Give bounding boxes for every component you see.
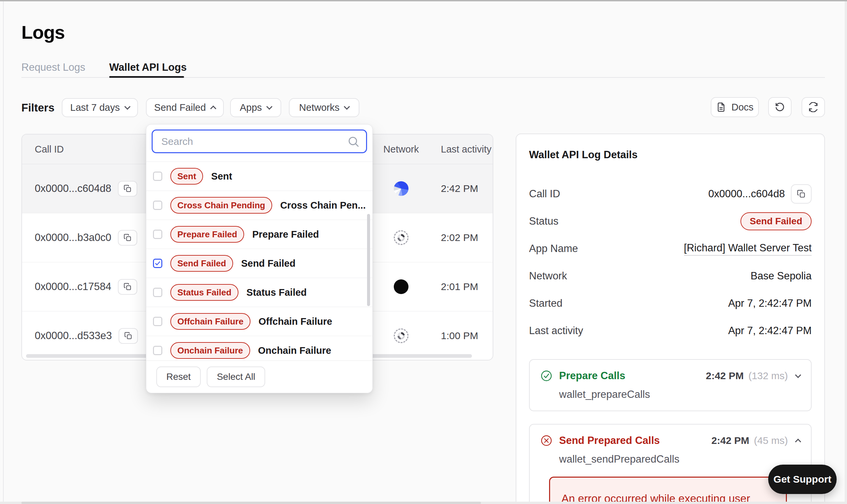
status-option-send-failed[interactable]: Send Failed Send Failed [146,249,372,278]
status-option-status-failed[interactable]: Status Failed Status Failed [146,278,372,307]
details-panel-title: Wallet API Log Details [529,134,812,161]
chevron-down-icon [124,104,130,109]
success-check-icon [541,370,552,382]
step-method: wallet_prepareCalls [559,389,800,400]
detail-call-id-value: 0x0000...c604d8 [708,188,785,200]
networks-filter-button[interactable]: Networks [289,98,359,117]
call-id-value: 0x0000...c17584 [35,281,111,293]
active-tab-indicator [109,76,184,78]
started-value: Apr 7, 2:42:47 PM [728,298,812,309]
status-option-sent[interactable]: Sent Sent [146,162,372,191]
undo-button[interactable] [768,97,792,117]
copy-button[interactable] [791,184,812,203]
select-all-button[interactable]: Select All [207,366,265,387]
page-title: Logs [21,21,65,43]
status-badge: Cross Chain Pending [170,197,272,214]
date-range-filter-label: Last 7 days [70,102,120,113]
call-id-value: 0x0000...b3a0c0 [35,232,111,244]
step-duration: (132 ms) [748,370,788,381]
undo-icon [775,102,785,112]
checkbox-unchecked[interactable] [153,172,162,181]
network-value: Base Sepolia [751,270,812,282]
copy-icon [797,190,806,198]
step-time: 2:42 PM [706,370,743,381]
reset-button[interactable]: Reset [156,366,201,387]
checkbox-unchecked[interactable] [153,230,162,239]
pending-network-icon [394,230,408,245]
checkbox-checked[interactable] [153,259,162,268]
copy-icon [124,283,131,291]
copy-button[interactable] [118,230,137,246]
dropdown-scrollbar[interactable] [367,214,370,306]
status-option-prepare-failed[interactable]: Prepare Failed Prepare Failed [146,220,372,249]
get-support-button[interactable]: Get Support [768,465,837,494]
docs-button[interactable]: Docs [711,97,759,117]
copy-icon [124,234,131,242]
app-name-link[interactable]: [Richard] Wallet Server Test [684,242,812,256]
status-filter-label: Send Failed [154,102,206,113]
window-left-edge [3,1,4,504]
chevron-up-icon[interactable] [795,438,801,445]
copy-button[interactable] [118,181,137,197]
checkbox-unchecked[interactable] [153,288,162,297]
step-title: Prepare Calls [559,370,625,382]
step-card-prepare-calls[interactable]: Prepare Calls 2:42 PM (132 ms) wallet_pr… [529,359,812,411]
step-title: Send Prepared Calls [559,435,660,447]
refresh-button[interactable] [801,97,825,117]
window-right-scroll-gutter[interactable] [845,1,847,504]
step-card-send-prepared-calls[interactable]: Send Prepared Calls 2:42 PM (45 ms) wall… [529,424,812,504]
tab-request-logs[interactable]: Request Logs [21,61,85,73]
error-message-box: An error occurred while executing user [549,476,787,504]
date-range-filter-button[interactable]: Last 7 days [62,98,138,117]
status-badge: Send Failed [170,255,233,272]
column-header-network: Network [369,144,433,155]
dropdown-footer: Reset Select All [146,360,372,393]
tab-wallet-api-logs[interactable]: Wallet API Logs [109,61,187,73]
networks-filter-label: Networks [299,102,340,113]
call-id-value: 0x0000...d533e3 [35,330,112,342]
docs-button-label: Docs [731,102,754,113]
status-option-offchain-failure[interactable]: Offchain Failure Offchain Failure [146,307,372,336]
detail-row-status: Status Send Failed [529,208,812,235]
status-filter-button[interactable]: Send Failed [146,98,224,117]
clipped-option-above [146,156,372,162]
refresh-icon [808,102,818,112]
step-duration: (45 ms) [754,435,788,446]
status-badge: Offchain Failure [170,313,250,330]
status-option-cross-chain-pending[interactable]: Cross Chain Pending Cross Chain Pen... [146,191,372,220]
copy-icon [124,332,132,340]
copy-button[interactable] [119,328,138,344]
detail-row-app-name: App Name [Richard] Wallet Server Test [529,235,812,262]
copy-button[interactable] [118,279,137,295]
copy-icon [124,184,131,193]
status-badge: Onchain Failure [170,342,250,359]
search-icon [347,135,360,148]
base-sepolia-network-icon [394,181,408,196]
check-icon [154,260,161,267]
last-activity-value: 1:00 PM [433,330,493,341]
status-badge: Send Failed [740,212,812,231]
last-activity-value: 2:02 PM [433,232,493,243]
filters-label: Filters [21,98,54,117]
checkbox-unchecked[interactable] [153,201,162,210]
window-top-edge [0,0,847,1]
document-icon [716,102,726,112]
pending-network-icon [394,328,408,343]
error-x-icon [541,435,552,447]
chevron-down-icon [266,104,272,109]
checkbox-unchecked[interactable] [153,346,162,355]
detail-row-last-activity: Last activity Apr 7, 2:42:47 PM [529,317,812,344]
status-badge: Sent [170,168,203,185]
call-id-value: 0x0000...c604d8 [35,183,111,195]
apps-filter-button[interactable]: Apps [230,98,281,117]
column-header-last-activity: Last activity [433,144,493,155]
last-activity-value: Apr 7, 2:42:47 PM [728,325,812,337]
detail-row-network: Network Base Sepolia [529,262,812,290]
wallet-api-log-details-panel: Wallet API Log Details Call ID 0x0000...… [516,133,825,504]
checkbox-unchecked[interactable] [153,317,162,326]
chevron-down-icon[interactable] [795,372,801,378]
search-input[interactable] [152,129,367,153]
apps-filter-label: Apps [240,102,262,113]
page-horizontal-scrollbar-thumb[interactable] [21,502,481,504]
status-filter-dropdown: Sent Sent Cross Chain Pending Cross Chai… [146,124,373,393]
